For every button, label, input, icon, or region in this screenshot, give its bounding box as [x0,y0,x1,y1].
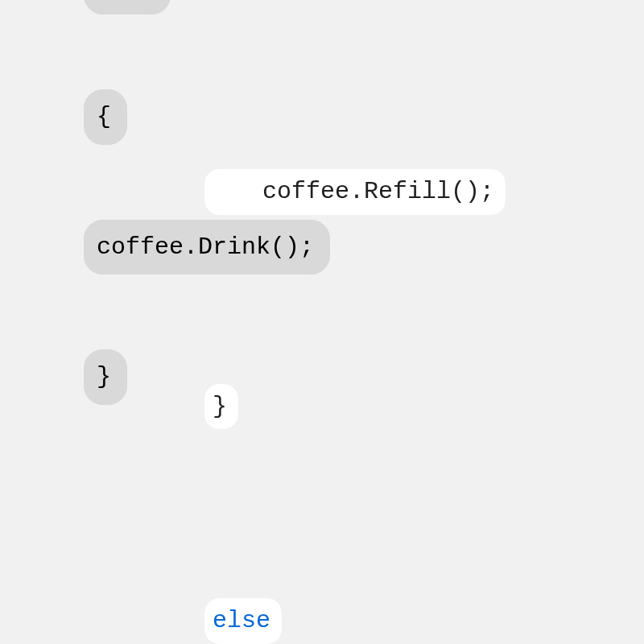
code-sticker: Coffee coffee = new Coffee(); if (coffee… [89,0,644,644]
code-line-6: else [89,556,644,644]
code-line-4: coffee.Refill(); [89,127,644,258]
code-line-3: { [89,0,644,43]
code-block: Coffee coffee = new Coffee(); if (coffee… [89,0,644,644]
code-line-5: } [89,341,644,472]
